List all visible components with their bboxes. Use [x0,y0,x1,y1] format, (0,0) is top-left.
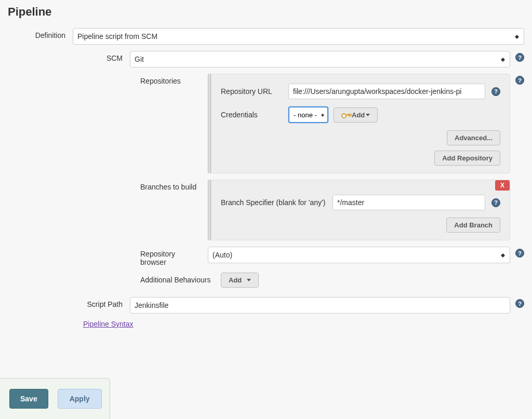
repositories-label: Repositories [130,74,208,85]
help-icon[interactable]: ? [515,299,524,308]
repo-browser-select[interactable]: (Auto) [208,247,510,263]
additional-behaviours-label: Additional Behaviours [130,273,221,284]
definition-select[interactable]: Pipeline script from SCM [73,28,524,45]
add-behaviour-button[interactable]: Add [221,273,259,288]
apply-button[interactable]: Apply [58,389,102,390]
help-icon[interactable]: ? [515,249,524,258]
repo-url-label: Repository URL [221,87,288,96]
credentials-select[interactable]: - none - [288,106,328,123]
repo-browser-label: Repository browser [130,247,208,266]
add-repository-button[interactable]: Add Repository [434,151,500,166]
help-icon[interactable]: ? [515,76,524,85]
scm-label: SCM [73,51,130,62]
credentials-label: Credentials [221,111,288,119]
page-title: Pipeline [8,5,524,19]
scm-select[interactable]: Git [130,51,510,67]
branch-specifier-input[interactable] [332,195,485,210]
help-icon[interactable]: ? [491,198,500,207]
help-icon[interactable]: ? [515,53,524,62]
pipeline-syntax-link[interactable]: Pipeline Syntax [83,320,134,328]
add-credential-label: Add [352,111,365,119]
branch-specifier-label: Branch Specifier (blank for 'any') [221,198,332,207]
script-path-input[interactable] [130,297,510,314]
branches-label: Branches to build [130,180,208,191]
save-button[interactable]: Save [9,389,48,390]
script-path-label: Script Path [73,297,130,308]
delete-branch-button[interactable]: X [495,180,510,191]
add-behaviour-label: Add [229,276,242,284]
add-credential-button[interactable]: Add [334,107,378,123]
help-icon[interactable]: ? [491,87,500,96]
chevron-down-icon [366,114,370,116]
add-branch-button[interactable]: Add Branch [446,218,500,233]
advanced-button[interactable]: Advanced... [447,130,500,145]
chevron-down-icon [247,279,251,281]
footer-bar: Save Apply [0,378,110,390]
definition-label: Definition [8,28,73,39]
key-icon [341,113,349,117]
repo-url-input[interactable] [288,84,485,99]
